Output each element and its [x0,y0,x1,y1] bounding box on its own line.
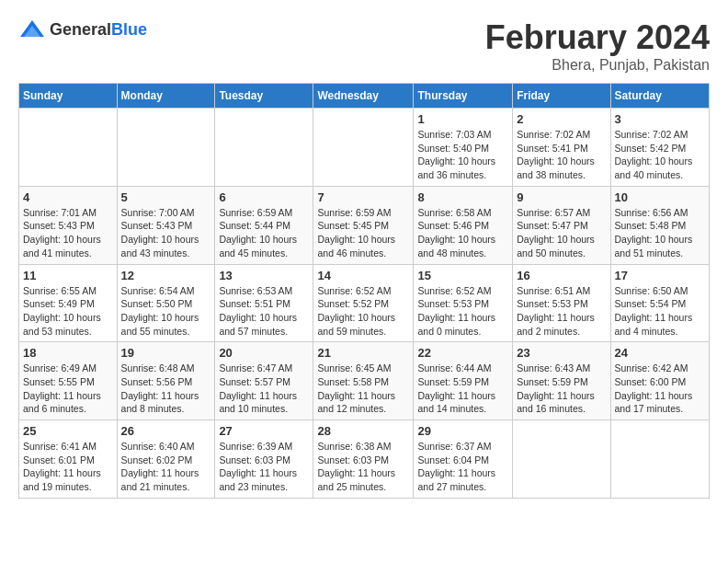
day-number: 16 [517,269,606,282]
calendar-cell: 8Sunrise: 6:58 AM Sunset: 5:46 PM Daylig… [414,186,513,264]
day-info: Sunrise: 6:41 AM Sunset: 6:01 PM Dayligh… [23,440,113,494]
day-number: 11 [23,269,113,282]
calendar-cell: 9Sunrise: 6:57 AM Sunset: 5:47 PM Daylig… [513,186,610,264]
weekday-header: Friday [513,84,610,109]
day-info: Sunrise: 6:43 AM Sunset: 5:59 PM Dayligh… [517,362,606,416]
day-info: Sunrise: 7:01 AM Sunset: 5:43 PM Dayligh… [23,206,113,260]
day-info: Sunrise: 6:47 AM Sunset: 5:57 PM Dayligh… [219,362,309,416]
day-number: 4 [23,190,113,204]
calendar-cell: 24Sunrise: 6:42 AM Sunset: 6:00 PM Dayli… [610,342,709,420]
day-number: 18 [23,346,113,360]
calendar-cell: 20Sunrise: 6:47 AM Sunset: 5:57 PM Dayli… [215,342,313,420]
title-block: February 2024 Bhera, Punjab, Pakistan [485,18,710,74]
day-info: Sunrise: 6:56 AM Sunset: 5:48 PM Dayligh… [615,206,705,260]
day-info: Sunrise: 6:44 AM Sunset: 5:59 PM Dayligh… [417,362,508,416]
day-number: 28 [317,424,409,438]
calendar-cell [19,109,118,187]
day-info: Sunrise: 7:02 AM Sunset: 5:41 PM Dayligh… [517,128,606,182]
calendar-cell [215,109,313,187]
logo-general-text: General [50,20,111,39]
day-number: 23 [517,346,606,360]
calendar-cell: 12Sunrise: 6:54 AM Sunset: 5:50 PM Dayli… [117,264,215,342]
day-number: 22 [417,346,508,360]
calendar-cell [513,420,610,499]
day-number: 19 [121,346,211,360]
calendar-cell: 26Sunrise: 6:40 AM Sunset: 6:02 PM Dayli… [117,420,215,499]
day-info: Sunrise: 6:51 AM Sunset: 5:53 PM Dayligh… [517,284,606,339]
calendar-cell: 4Sunrise: 7:01 AM Sunset: 5:43 PM Daylig… [19,186,118,264]
calendar-week-row: 1Sunrise: 7:03 AM Sunset: 5:40 PM Daylig… [19,109,710,187]
day-info: Sunrise: 6:55 AM Sunset: 5:49 PM Dayligh… [23,284,113,339]
calendar-cell: 13Sunrise: 6:53 AM Sunset: 5:51 PM Dayli… [215,264,313,342]
calendar-cell: 11Sunrise: 6:55 AM Sunset: 5:49 PM Dayli… [19,264,118,342]
calendar-cell: 22Sunrise: 6:44 AM Sunset: 5:59 PM Dayli… [414,342,513,420]
calendar-cell: 25Sunrise: 6:41 AM Sunset: 6:01 PM Dayli… [19,420,118,499]
calendar-cell: 21Sunrise: 6:45 AM Sunset: 5:58 PM Dayli… [313,342,414,420]
calendar-cell: 27Sunrise: 6:39 AM Sunset: 6:03 PM Dayli… [215,420,313,499]
page-header: GeneralBlue February 2024 Bhera, Punjab,… [18,18,710,74]
day-info: Sunrise: 6:48 AM Sunset: 5:56 PM Dayligh… [121,362,211,416]
calendar-week-row: 18Sunrise: 6:49 AM Sunset: 5:55 PM Dayli… [19,342,710,420]
day-info: Sunrise: 6:40 AM Sunset: 6:02 PM Dayligh… [121,440,211,494]
day-info: Sunrise: 6:57 AM Sunset: 5:47 PM Dayligh… [517,206,606,260]
calendar-cell: 1Sunrise: 7:03 AM Sunset: 5:40 PM Daylig… [414,109,513,187]
calendar-cell: 29Sunrise: 6:37 AM Sunset: 6:04 PM Dayli… [414,420,513,499]
day-info: Sunrise: 6:38 AM Sunset: 6:03 PM Dayligh… [317,440,409,494]
day-number: 27 [219,424,309,438]
calendar-cell: 2Sunrise: 7:02 AM Sunset: 5:41 PM Daylig… [513,109,610,187]
day-number: 14 [317,269,409,282]
day-number: 5 [121,190,211,204]
day-number: 12 [121,269,211,282]
day-number: 3 [615,112,705,126]
calendar-cell: 6Sunrise: 6:59 AM Sunset: 5:44 PM Daylig… [215,186,313,264]
day-info: Sunrise: 6:52 AM Sunset: 5:52 PM Dayligh… [317,284,409,339]
day-number: 9 [517,190,606,204]
weekday-header: Sunday [19,84,118,109]
day-info: Sunrise: 6:37 AM Sunset: 6:04 PM Dayligh… [417,440,508,494]
calendar-cell: 5Sunrise: 7:00 AM Sunset: 5:43 PM Daylig… [117,186,215,264]
calendar-cell: 15Sunrise: 6:52 AM Sunset: 5:53 PM Dayli… [414,264,513,342]
calendar-cell: 28Sunrise: 6:38 AM Sunset: 6:03 PM Dayli… [313,420,414,499]
day-number: 15 [417,269,508,282]
day-number: 1 [417,112,508,126]
month-year-title: February 2024 [485,18,710,57]
weekday-header: Thursday [414,84,513,109]
day-info: Sunrise: 6:54 AM Sunset: 5:50 PM Dayligh… [121,284,211,339]
day-number: 13 [219,269,309,282]
day-info: Sunrise: 6:39 AM Sunset: 6:03 PM Dayligh… [219,440,309,494]
day-number: 21 [317,346,409,360]
location-subtitle: Bhera, Punjab, Pakistan [485,57,710,74]
weekday-header: Monday [117,84,215,109]
calendar-week-row: 4Sunrise: 7:01 AM Sunset: 5:43 PM Daylig… [19,186,710,264]
day-info: Sunrise: 6:59 AM Sunset: 5:45 PM Dayligh… [317,206,409,260]
calendar-cell [610,420,709,499]
calendar-cell [313,109,414,187]
day-number: 26 [121,424,211,438]
day-number: 25 [23,424,113,438]
day-number: 8 [417,190,508,204]
day-info: Sunrise: 6:50 AM Sunset: 5:54 PM Dayligh… [615,284,705,339]
day-info: Sunrise: 6:42 AM Sunset: 6:00 PM Dayligh… [615,362,705,416]
calendar-cell: 19Sunrise: 6:48 AM Sunset: 5:56 PM Dayli… [117,342,215,420]
calendar-cell: 10Sunrise: 6:56 AM Sunset: 5:48 PM Dayli… [610,186,709,264]
day-info: Sunrise: 6:45 AM Sunset: 5:58 PM Dayligh… [317,362,409,416]
day-info: Sunrise: 6:49 AM Sunset: 5:55 PM Dayligh… [23,362,113,416]
day-number: 7 [317,190,409,204]
weekday-header: Tuesday [215,84,313,109]
day-number: 24 [615,346,705,360]
calendar-cell: 18Sunrise: 6:49 AM Sunset: 5:55 PM Dayli… [19,342,118,420]
calendar-cell: 16Sunrise: 6:51 AM Sunset: 5:53 PM Dayli… [513,264,610,342]
day-number: 17 [615,269,705,282]
calendar-cell: 7Sunrise: 6:59 AM Sunset: 5:45 PM Daylig… [313,186,414,264]
day-info: Sunrise: 6:52 AM Sunset: 5:53 PM Dayligh… [417,284,508,339]
logo-icon [18,18,46,41]
calendar-table: SundayMondayTuesdayWednesdayThursdayFrid… [18,83,710,499]
day-number: 2 [517,112,606,126]
day-number: 29 [417,424,508,438]
day-number: 6 [219,190,309,204]
day-info: Sunrise: 6:58 AM Sunset: 5:46 PM Dayligh… [417,206,508,260]
day-info: Sunrise: 7:03 AM Sunset: 5:40 PM Dayligh… [417,128,508,182]
calendar-week-row: 11Sunrise: 6:55 AM Sunset: 5:49 PM Dayli… [19,264,710,342]
calendar-cell [117,109,215,187]
calendar-cell: 14Sunrise: 6:52 AM Sunset: 5:52 PM Dayli… [313,264,414,342]
